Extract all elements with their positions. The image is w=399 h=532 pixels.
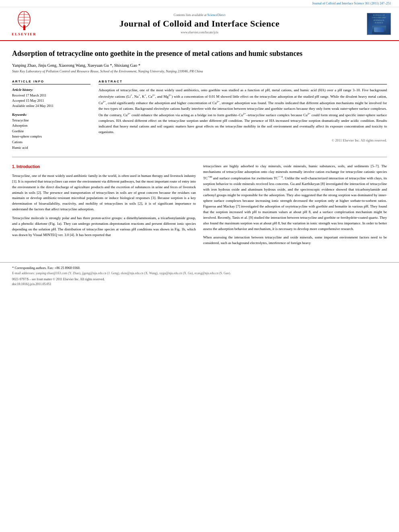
keyword-1: Tetracycline bbox=[12, 118, 90, 123]
journal-logo-box: JOURNAL OFCOLLOID ANDINTERFACESCIENCE bbox=[367, 13, 391, 35]
journal-main-title: Journal of Colloid and Interface Science bbox=[40, 18, 359, 29]
authors-line: Yanping Zhao, Jinju Geng, Xiaorong Wang,… bbox=[12, 63, 387, 68]
body-para1: Tetracycline, one of the most widely use… bbox=[12, 173, 196, 213]
article-title: Adsorption of tetracycline onto goethite… bbox=[12, 49, 387, 58]
contents-text: Contents lists available at bbox=[174, 13, 207, 17]
article-info-col: ARTICLE INFO Article history: Received 1… bbox=[12, 80, 90, 150]
keyword-3: Goethite bbox=[12, 129, 90, 134]
received-date: Received 17 March 2011 bbox=[12, 93, 90, 98]
sciencedirect-link[interactable]: ScienceDirect bbox=[208, 13, 226, 17]
section-divider bbox=[12, 157, 387, 157]
elsevier-tree-icon bbox=[13, 11, 35, 31]
body-para4: When assessing the interaction between t… bbox=[203, 235, 387, 246]
elsevier-label: ELSEVIER bbox=[12, 32, 37, 36]
page-wrapper: Journal of Colloid and Interface Science… bbox=[0, 0, 399, 532]
keywords-label: Keywords: bbox=[12, 113, 90, 117]
available-date: Available online 24 May 2011 bbox=[12, 103, 90, 109]
article-info-header: ARTICLE INFO bbox=[12, 80, 90, 84]
keywords-section: Keywords: Tetracycline Adsorption Goethi… bbox=[12, 113, 90, 151]
journal-logo-right: JOURNAL OFCOLLOID ANDINTERFACESCIENCE bbox=[359, 13, 391, 35]
body-left-col: 1. Introduction Tetracycline, one of the… bbox=[12, 164, 196, 249]
accepted-date: Accepted 15 May 2011 bbox=[12, 98, 90, 103]
contents-line: Contents lists available at ScienceDirec… bbox=[40, 13, 359, 17]
email-note: E-mail addresses: yanping-zhao@163.com (… bbox=[12, 271, 387, 275]
journal-citation: Journal of Colloid and Interface Science… bbox=[312, 2, 391, 5]
keyword-6: Humic acid bbox=[12, 145, 90, 151]
body-para3: tetracyclines are highly adsorbed to cla… bbox=[203, 164, 387, 232]
affiliation: State Key Laboratory of Pollution Contro… bbox=[12, 69, 387, 73]
abstract-col: ABSTRACT Adsorption of tetracycline, one… bbox=[99, 80, 387, 150]
keyword-2: Adsorption bbox=[12, 123, 90, 129]
abstract-header: ABSTRACT bbox=[99, 80, 387, 84]
article-info-abstract: ARTICLE INFO Article history: Received 1… bbox=[12, 80, 387, 150]
page-footer: * Corresponding authors. Fax: +86 25 896… bbox=[0, 262, 399, 290]
abstract-text: Adsorption of tetracycline, one of the m… bbox=[99, 88, 387, 135]
elsevier-logo: ELSEVIER bbox=[8, 11, 40, 36]
doi-note: doi:10.1016/j.jcis.2011.05.051 bbox=[12, 282, 387, 286]
history-label: Article history: bbox=[12, 88, 90, 92]
top-journal-bar: Journal of Colloid and Interface Science… bbox=[0, 0, 399, 7]
correspondence-note: * Corresponding authors. Fax: +86 25 896… bbox=[12, 266, 387, 270]
issn-note: 0021-9797/$ – see front matter © 2011 El… bbox=[12, 277, 387, 281]
journal-header: ELSEVIER Contents lists available at Sci… bbox=[0, 7, 399, 41]
svg-point-7 bbox=[23, 27, 25, 29]
body-right-col: tetracyclines are highly adsorbed to cla… bbox=[203, 164, 387, 249]
article-content: Adsorption of tetracycline onto goethite… bbox=[0, 41, 399, 257]
keyword-4: Inner-sphere complex bbox=[12, 134, 90, 140]
section1-heading: 1. Introduction bbox=[12, 164, 196, 170]
body-two-col: 1. Introduction Tetracycline, one of the… bbox=[12, 164, 387, 249]
article-history: Article history: Received 17 March 2011 … bbox=[12, 88, 90, 108]
journal-title-center: Contents lists available at ScienceDirec… bbox=[40, 13, 359, 34]
body-para2: Tetracycline molecule is strongly polar … bbox=[12, 216, 196, 238]
keyword-5: Cations bbox=[12, 140, 90, 145]
journal-url: www.elsevier.com/locate/jcis bbox=[40, 31, 359, 34]
authors-text: Yanping Zhao, Jinju Geng, Xiaorong Wang,… bbox=[12, 63, 140, 68]
copyright-line: © 2011 Elsevier Inc. All rights reserved… bbox=[99, 138, 387, 142]
